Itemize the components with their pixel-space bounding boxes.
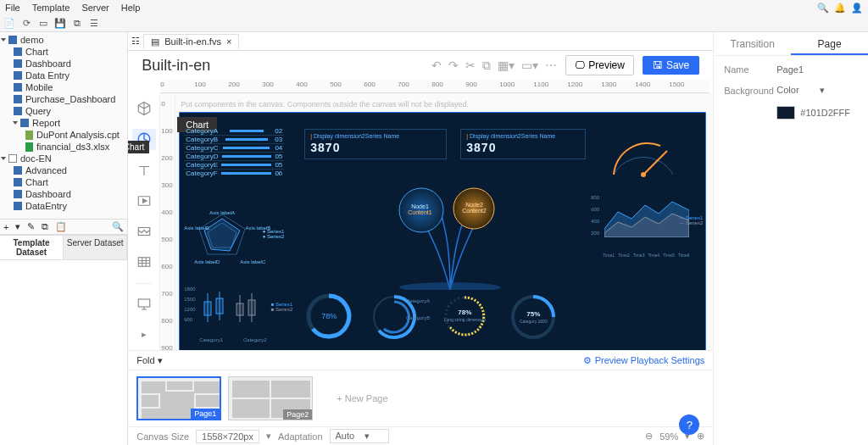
ruler-vertical: 0100200300400500600700800900 [160,93,175,350]
adaptation-select[interactable]: Auto ▾ [330,429,389,443]
svg-rect-32 [196,395,220,407]
svg-rect-33 [142,409,194,419]
canvas-hint: Put components in the canvas. Components… [179,98,706,112]
dataset-tabs: Template Dataset Server Dataset [0,234,127,260]
menu-server[interactable]: Server [81,3,108,13]
svg-point-10 [399,282,501,290]
refresh-icon[interactable]: ⟳ [20,18,32,30]
page-label: Page1 [191,409,220,419]
zoom-out-icon[interactable]: ⊖ [645,431,653,442]
monitor-icon: 🖵 [575,59,585,71]
home-icon[interactable]: ☷ [131,36,140,47]
canvas-viewport[interactable]: 0100200300400500600700800900 Put compone… [160,93,713,350]
svg-point-6 [641,172,646,177]
notification-icon[interactable]: 🔔 [834,2,846,14]
svg-rect-35 [232,381,270,398]
svg-rect-29 [194,381,220,393]
edit-icon[interactable]: ✎ [27,221,35,232]
open-icon[interactable]: ▭ [37,18,49,30]
tab-page[interactable]: Page [791,32,868,55]
chevron-down-icon[interactable]: ▾ [266,431,271,442]
bg-label: Background [724,86,776,96]
tool-chart[interactable]: Chart [132,129,156,149]
tab-server-dataset[interactable]: Server Dataset [64,235,127,260]
tool-tooltip: Chart [128,141,149,153]
more-icon[interactable]: ⋯ [545,58,557,73]
chevron-down-icon[interactable]: ▾ [15,221,20,232]
zoom-in-icon[interactable]: ⊕ [697,431,704,442]
tool-monitor[interactable] [132,293,156,314]
gear-icon: ⚙ [583,355,592,366]
canvas-size-value[interactable]: 1558×720px [196,430,259,443]
tab-template-dataset[interactable]: Template Dataset [0,235,64,260]
svg-rect-36 [271,381,310,398]
doc-title: Built-in-en [142,57,210,75]
ruler-horizontal: 0100200300400500600700800900100011001200… [160,80,709,93]
svg-marker-9 [204,219,240,251]
properties-panel: Transition Page NamePage1 BackgroundColo… [713,32,868,445]
svg-rect-30 [142,395,159,407]
menu-help[interactable]: Help [121,3,141,13]
add-icon[interactable]: + [3,222,8,232]
copy-icon[interactable]: ⧉ [71,18,83,30]
playback-settings-link[interactable]: ⚙Preview Playback Settings [583,355,705,366]
file-tab-label: Built-in-en.fvs [164,36,221,47]
kpi-value: 3870 [310,141,441,154]
adaptation-label: Adaptation [278,431,323,442]
menu-file[interactable]: File [5,3,20,13]
file-tab[interactable]: ▤ Built-in-en.fvs × [143,34,239,49]
save-button[interactable]: 🖫Save [643,56,699,75]
color-hex[interactable]: #101D2FFF [800,108,850,118]
save-icon[interactable]: 💾 [54,18,66,30]
menubar: File Template Server Help 🔍 🔔 👤 [0,0,868,15]
close-icon[interactable]: × [226,36,231,47]
page-label: Page2 [283,409,312,420]
left-panel: demo Chart Dashboard Data Entry Mobile P… [0,32,128,445]
search-icon[interactable]: 🔍 [112,221,124,232]
cut-icon[interactable]: ✂ [465,58,476,73]
tool-container[interactable] [132,221,156,242]
clipboard-icon[interactable]: ⧉ [482,58,491,73]
name-label: Name [724,64,776,75]
component-rail: Chart ▸ [128,93,160,350]
svg-rect-28 [167,381,192,390]
svg-line-5 [643,151,667,175]
tool-table[interactable] [132,252,156,272]
pages-strip: Page1 Page2 + New Page [128,370,713,426]
page-thumb-2[interactable]: Page2 [228,376,313,420]
tool-expand[interactable]: ▸ [132,325,156,345]
user-icon[interactable]: 👤 [851,2,863,14]
project-tree[interactable]: demo Chart Dashboard Data Entry Mobile P… [0,32,127,219]
tab-transition[interactable]: Transition [714,32,791,55]
bar-row: CategoryA02 [184,127,284,136]
bg-select[interactable]: Color ▾ [776,85,858,96]
layer-icon[interactable]: ▭▾ [521,58,538,73]
page-thumb-1[interactable]: Page1 [136,376,221,420]
fold-toggle[interactable]: Fold ▾ [136,355,162,366]
tool-text[interactable] [132,160,156,181]
fold-bar: Fold ▾ ⚙Preview Playback Settings [128,350,713,370]
undo-icon[interactable]: ↶ [431,58,442,73]
new-icon[interactable]: 📄 [3,18,15,30]
file-tabbar: ☷ ▤ Built-in-en.fvs × [128,32,713,51]
doc-header: Built-in-en ↶ ↷ ✂ ⧉ ▦▾ ▭▾ ⋯ 🖵Preview 🖫Sa… [128,51,713,80]
properties-icon[interactable]: ☰ [88,18,100,30]
color-swatch[interactable] [776,106,795,120]
dashboard-canvas[interactable]: Chart CategoryA02 CategoryB03 CategoryC0… [179,112,706,350]
align-icon[interactable]: ▦▾ [498,58,515,73]
search-icon[interactable]: 🔍 [817,2,829,14]
tool-media[interactable] [132,191,156,211]
preview-button[interactable]: 🖵Preview [565,55,634,75]
tool-cube[interactable] [132,98,156,119]
redo-icon[interactable]: ↷ [448,58,459,73]
name-value[interactable]: Page1 [776,64,858,75]
menu-template[interactable]: Template [32,3,70,13]
copy-icon[interactable]: ⧉ [42,221,48,232]
canvas-size-label: Canvas Size [136,431,189,442]
svg-rect-27 [142,381,165,393]
new-page-button[interactable]: + New Page [337,393,387,403]
dataset-toolbar: + ▾ ✎ ⧉ 📋 🔍 [0,219,127,234]
paste-icon[interactable]: 📋 [55,221,67,232]
file-icon: ▤ [151,36,159,47]
editor-area: ☷ ▤ Built-in-en.fvs × Built-in-en ↶ ↷ ✂ … [128,32,713,445]
